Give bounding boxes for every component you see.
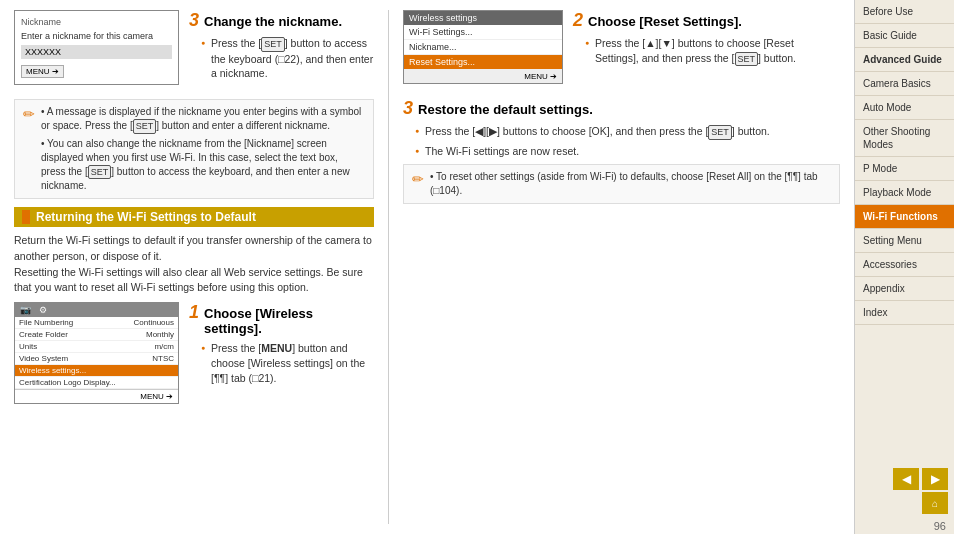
step3r-number: 3 <box>403 98 413 119</box>
main-content: Nickname Enter a nickname for this camer… <box>0 0 854 534</box>
sidebar-item-auto-mode[interactable]: Auto Mode <box>855 96 954 120</box>
nickname-screen-input: XXXXXX <box>21 45 172 59</box>
intro-line-1: Return the Wi-Fi settings to default if … <box>14 233 374 265</box>
sidebar-item-basic-guide[interactable]: Basic Guide <box>855 24 954 48</box>
section-header: Returning the Wi-Fi Settings to Default <box>14 207 374 227</box>
step1-bullets: Press the [MENU] button and choose [Wire… <box>201 341 374 385</box>
note-2: • You can also change the nickname from … <box>41 137 365 194</box>
step2-heading: 2 Choose [Reset Settings]. <box>573 10 840 31</box>
cs-row-6: Certification Logo Display... <box>15 377 178 389</box>
nickname-menu-btn: MENU ➔ <box>21 65 64 78</box>
cs-row-2: Create FolderMonthly <box>15 329 178 341</box>
nickname-screen-title: Nickname <box>21 17 172 27</box>
sidebar-item-camera-basics[interactable]: Camera Basics <box>855 72 954 96</box>
step3-heading: 3 Change the nickname. <box>189 10 374 31</box>
home-button-row: ⌂ <box>855 492 954 518</box>
sidebar-item-index[interactable]: Index <box>855 301 954 325</box>
sidebar-item-setting-menu[interactable]: Setting Menu <box>855 229 954 253</box>
intro-line-2: Resetting the Wi-Fi settings will also c… <box>14 265 374 297</box>
step2-number: 2 <box>573 10 583 31</box>
nickname-screenshot: Nickname Enter a nickname for this camer… <box>14 10 179 85</box>
right-column: Wireless settings Wi-Fi Settings... Nick… <box>388 10 840 524</box>
right-note-box: ✏ • To reset other settings (aside from … <box>403 164 840 204</box>
right-note-icon: ✏ <box>412 170 424 198</box>
home-button[interactable]: ⌂ <box>922 492 948 514</box>
ws-item-nickname: Nickname... <box>404 40 562 55</box>
nav-buttons: ◀ ▶ <box>855 462 954 492</box>
step2-block: Wireless settings Wi-Fi Settings... Nick… <box>403 10 840 90</box>
cs-camera-icon: 📷 <box>20 305 31 315</box>
cs-settings-icon: ⚙ <box>39 305 47 315</box>
step1-block: 📷 ⚙ File NumberingContinuous Create Fold… <box>14 302 374 410</box>
step1-number: 1 <box>189 302 199 323</box>
step3-title: Change the nickname. <box>204 14 342 29</box>
sidebar-item-playback-mode[interactable]: Playback Mode <box>855 181 954 205</box>
wireless-screenshot: Wireless settings Wi-Fi Settings... Nick… <box>403 10 563 84</box>
sidebar-item-advanced-guide[interactable]: Advanced Guide <box>855 48 954 72</box>
sidebar-bottom: ◀ ▶ ⌂ 96 <box>855 462 954 534</box>
left-column: Nickname Enter a nickname for this camer… <box>14 10 374 524</box>
sidebar-item-before-use[interactable]: Before Use <box>855 0 954 24</box>
step2-title: Choose [Reset Settings]. <box>588 14 742 29</box>
step1-heading: 1 Choose [Wireless settings]. <box>189 302 374 336</box>
page-number: 96 <box>855 518 954 534</box>
ws-title: Wireless settings <box>404 11 562 25</box>
step2-text: 2 Choose [Reset Settings]. Press the [▲]… <box>573 10 840 72</box>
cs-menu: MENU ➔ <box>15 389 178 403</box>
section-intro: Return the Wi-Fi settings to default if … <box>14 233 374 296</box>
section-title: Returning the Wi-Fi Settings to Default <box>36 210 256 224</box>
sidebar-item-appendix[interactable]: Appendix <box>855 277 954 301</box>
cs-row-5-wireless: Wireless settings... <box>15 365 178 377</box>
sidebar-item-p-mode[interactable]: P Mode <box>855 157 954 181</box>
step3r-bullets: Press the [◀][▶] buttons to choose [OK],… <box>415 124 840 158</box>
step2-bullets: Press the [▲][▼] buttons to choose [Rese… <box>585 36 840 66</box>
step3-block: 3 Change the nickname. Press the [SET] b… <box>189 10 374 93</box>
notes-box: ✏ • A message is displayed if the nickna… <box>14 99 374 199</box>
section-marker <box>22 210 30 224</box>
ws-menu: MENU ➔ <box>404 70 562 83</box>
sidebar: Before Use Basic Guide Advanced Guide Ca… <box>854 0 954 534</box>
camera-screenshot: 📷 ⚙ File NumberingContinuous Create Fold… <box>14 302 179 404</box>
step1-title: Choose [Wireless settings]. <box>204 306 374 336</box>
cs-row-4: Video SystemNTSC <box>15 353 178 365</box>
sidebar-item-accessories[interactable]: Accessories <box>855 253 954 277</box>
ws-item-wifi: Wi-Fi Settings... <box>404 25 562 40</box>
prev-button[interactable]: ◀ <box>893 468 919 490</box>
notes-content: • A message is displayed if the nickname… <box>41 105 365 193</box>
step1-bullet-1: Press the [MENU] button and choose [Wire… <box>201 341 374 385</box>
step3r-bullet-1: Press the [◀][▶] buttons to choose [OK],… <box>415 124 840 140</box>
step3r-heading: 3 Restore the default settings. <box>403 98 840 119</box>
step3-number: 3 <box>189 10 199 31</box>
step1-text: 1 Choose [Wireless settings]. Press the … <box>189 302 374 391</box>
next-button[interactable]: ▶ <box>922 468 948 490</box>
note-icon: ✏ <box>23 105 35 193</box>
cs-row-1: File NumberingContinuous <box>15 317 178 329</box>
step3-bullets: Press the [SET] button to access the key… <box>201 36 374 81</box>
step3-bullet-1: Press the [SET] button to access the key… <box>201 36 374 81</box>
note-1: • A message is displayed if the nickname… <box>41 105 365 134</box>
sidebar-item-other-shooting[interactable]: Other Shooting Modes <box>855 120 954 157</box>
step3r-bullet-2: The Wi-Fi settings are now reset. <box>415 144 840 159</box>
right-note-text: • To reset other settings (aside from Wi… <box>430 170 831 198</box>
cs-row-3: Unitsm/cm <box>15 341 178 353</box>
ws-item-reset: Reset Settings... <box>404 55 562 70</box>
step2-bullet-1: Press the [▲][▼] buttons to choose [Rese… <box>585 36 840 66</box>
cs-header: 📷 ⚙ <box>15 303 178 317</box>
step3r-title: Restore the default settings. <box>418 102 593 117</box>
nickname-screen-label: Enter a nickname for this camera <box>21 31 172 41</box>
sidebar-item-wifi-functions[interactable]: Wi-Fi Functions <box>855 205 954 229</box>
